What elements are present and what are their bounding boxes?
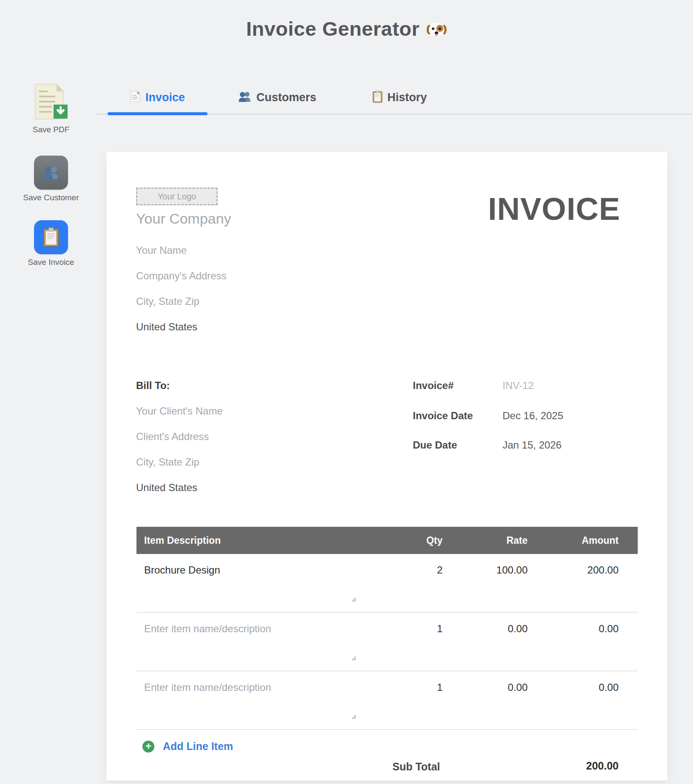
document-icon (130, 91, 141, 104)
item-rate-input[interactable]: 0.00 (443, 623, 528, 670)
clipboard-icon (372, 91, 383, 105)
active-tab-indicator (108, 112, 207, 115)
client-name-field[interactable]: Your Client's Name (136, 405, 223, 417)
textarea-resize-handle[interactable] (351, 710, 357, 722)
logo-placeholder-label: Your Logo (158, 192, 196, 202)
page-title-text: Invoice Generator (246, 17, 420, 40)
item-amount-value: 200.00 (528, 564, 619, 612)
item-description-input[interactable]: Enter item name/description (136, 623, 358, 670)
add-line-item-button[interactable]: + Add Line Item (142, 740, 233, 753)
save-invoice-label: Save Invoice (28, 258, 74, 267)
header-qty: Qty (358, 535, 443, 546)
table-row: Enter item name/description 1 0.00 0.00 (136, 613, 638, 671)
item-rate-input[interactable]: 100.00 (443, 564, 528, 612)
client-city-field[interactable]: City, State Zip (136, 456, 199, 468)
header-item-description: Item Description (136, 535, 358, 546)
users-icon (238, 91, 252, 104)
header-rate: Rate (443, 535, 528, 546)
table-row: Brochure Design 2 100.00 200.00 (136, 554, 638, 613)
company-address-field[interactable]: Company's Address (136, 270, 227, 282)
invoice-number-label: Invoice# (413, 380, 454, 392)
sub-total-label: Sub Total (392, 761, 440, 773)
due-date-field[interactable]: Jan 15, 2026 (503, 439, 562, 451)
company-name-field[interactable]: Your Company (136, 210, 231, 227)
logo-upload-box[interactable]: Your Logo (136, 187, 218, 205)
invoice-number-field[interactable]: INV-12 (503, 380, 534, 392)
tab-invoice-label: Invoice (145, 91, 185, 104)
invoice-heading: INVOICE (488, 191, 620, 227)
two-users-icon (34, 156, 68, 190)
dog-face-icon (426, 21, 447, 44)
item-rate-input[interactable]: 0.00 (443, 682, 528, 729)
tab-customers-label: Customers (256, 91, 316, 104)
item-amount-value: 0.00 (528, 682, 619, 729)
clipboard-icon (34, 220, 68, 254)
save-customer-button[interactable]: Save Customer (23, 156, 79, 202)
tab-customers[interactable]: Customers (218, 84, 337, 111)
sidebar: Save PDF Save Customer Save Invoice (13, 83, 89, 267)
header-amount: Amount (528, 535, 619, 546)
company-contact-field[interactable]: Your Name (136, 244, 187, 256)
textarea-resize-handle[interactable] (351, 593, 357, 605)
invoice-card: Your Logo Your Company Your Name Company… (106, 152, 667, 781)
textarea-resize-handle[interactable] (351, 652, 357, 664)
table-header-row: Item Description Qty Rate Amount (136, 527, 638, 554)
sub-total-value: 200.00 (586, 760, 619, 772)
add-line-item-label: Add Line Item (163, 740, 233, 753)
tab-invoice[interactable]: Invoice (108, 84, 207, 111)
client-country-field[interactable]: United States (136, 482, 197, 494)
item-qty-input[interactable]: 1 (358, 682, 443, 729)
save-customer-label: Save Customer (23, 193, 79, 202)
document-download-icon (34, 83, 68, 122)
item-amount-value: 0.00 (528, 623, 619, 670)
item-description-input[interactable]: Enter item name/description (136, 682, 358, 729)
line-items-table: Item Description Qty Rate Amount Brochur… (136, 527, 638, 730)
invoice-date-label: Invoice Date (413, 410, 473, 422)
save-invoice-button[interactable]: Save Invoice (28, 220, 74, 267)
tab-history-label: History (387, 91, 427, 104)
item-qty-input[interactable]: 2 (358, 564, 443, 612)
company-country-field[interactable]: United States (136, 321, 197, 333)
save-pdf-label: Save PDF (33, 125, 70, 134)
client-address-field[interactable]: Client's Address (136, 431, 209, 443)
page-title: Invoice Generator (0, 17, 693, 44)
invoice-generator-app: Invoice Generator Save (0, 0, 693, 784)
item-qty-input[interactable]: 1 (358, 623, 443, 670)
save-pdf-button[interactable]: Save PDF (33, 83, 70, 134)
item-description-input[interactable]: Brochure Design (136, 564, 358, 612)
company-city-field[interactable]: City, State Zip (136, 295, 199, 307)
table-row: Enter item name/description 1 0.00 0.00 (136, 671, 638, 730)
bill-to-label: Bill To: (136, 380, 170, 392)
tab-history[interactable]: History (349, 84, 451, 111)
plus-icon: + (142, 741, 154, 753)
invoice-date-field[interactable]: Dec 16, 2025 (503, 410, 563, 422)
due-date-label: Due Date (413, 439, 457, 451)
